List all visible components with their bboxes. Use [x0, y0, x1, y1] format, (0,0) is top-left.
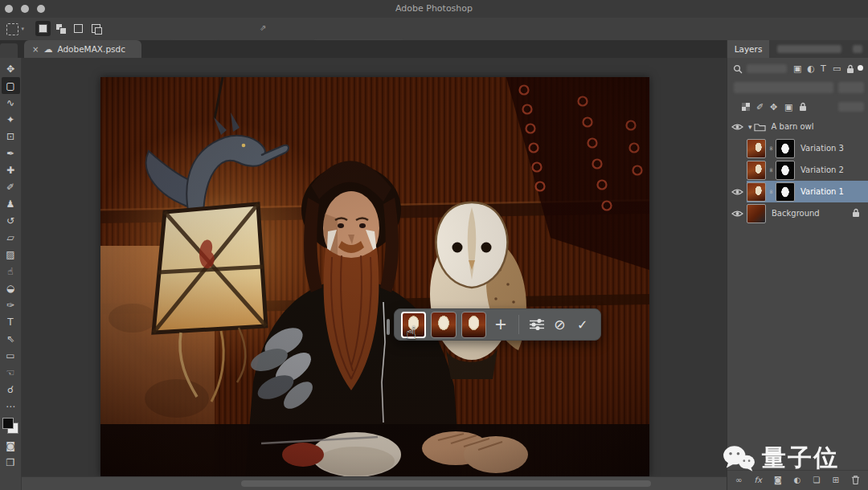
layer-effects-icon[interactable]: fx — [754, 476, 761, 484]
cancel-button[interactable]: ⊘ — [548, 313, 571, 336]
layer-thumbnail[interactable] — [747, 204, 766, 223]
variation-thumbnail-2[interactable] — [431, 312, 456, 338]
mask-link-icon[interactable]: ∞ — [768, 187, 775, 197]
spot-healing-brush-tool[interactable]: ✚ — [2, 161, 20, 178]
layer-name[interactable]: Variation 3 — [800, 144, 844, 153]
filter-type-dropdown[interactable] — [747, 64, 787, 73]
new-group-icon[interactable]: ❏ — [813, 476, 820, 484]
adjustment-layer-icon[interactable]: ◐ — [794, 476, 801, 484]
smudge-tool[interactable]: ☝ — [2, 263, 20, 280]
filter-toggle[interactable] — [858, 65, 863, 71]
layer-row-variation-1-selected[interactable]: ∞ Variation 1 — [727, 181, 868, 202]
mask-link-icon[interactable]: ∞ — [768, 165, 775, 175]
rectangular-marquee-tool[interactable]: ▢ — [2, 77, 20, 94]
filter-adjustment-icon[interactable]: ◐ — [807, 63, 815, 74]
gradient-tool[interactable]: ▨ — [2, 246, 20, 263]
visibility-toggle[interactable] — [727, 210, 747, 218]
blend-mode-dropdown[interactable] — [734, 82, 833, 93]
add-mask-icon[interactable]: ◙ — [774, 476, 782, 484]
variation-thumbnail-3[interactable] — [461, 312, 486, 338]
hand-tool[interactable]: ☜ — [2, 364, 20, 381]
group-expand-chevron-icon[interactable]: ▾ — [748, 123, 752, 131]
quick-mask-button[interactable]: ◙ — [2, 437, 20, 454]
filter-image-icon[interactable]: ▣ — [793, 63, 801, 74]
subtract-from-selection-button[interactable] — [71, 21, 86, 36]
tool-preset-dropdown[interactable]: ▾ — [6, 22, 24, 35]
intersect-selection-button[interactable] — [88, 21, 104, 36]
brush-tool[interactable]: ✐ — [2, 178, 20, 195]
dodge-tool[interactable]: ◒ — [2, 280, 20, 296]
new-selection-button[interactable] — [35, 21, 51, 36]
layer-row-variation-2[interactable]: ∞ Variation 2 — [727, 159, 868, 181]
add-to-selection-button[interactable] — [53, 21, 68, 36]
object-selection-tool[interactable]: ✦ — [2, 111, 20, 128]
panel-header-blurred — [777, 45, 841, 53]
filter-shape-icon[interactable]: ▭ — [833, 63, 841, 74]
layer-group-row[interactable]: ▾ A barn owl — [727, 116, 868, 137]
opacity-field[interactable] — [838, 82, 864, 93]
layer-name[interactable]: A barn owl — [772, 122, 814, 131]
tab-close-icon[interactable]: × — [32, 45, 39, 54]
hand-cursor: ☝ — [406, 323, 416, 343]
path-selection-tool[interactable]: ⇖ — [2, 330, 20, 347]
subtract-selection-icon — [74, 24, 83, 33]
folder-icon — [754, 122, 766, 132]
link-layers-icon[interactable]: ∞ — [735, 476, 742, 484]
fill-field[interactable] — [838, 102, 864, 112]
eraser-tool[interactable]: ▱ — [2, 229, 20, 246]
edit-toolbar-button[interactable]: ⋯ — [2, 398, 20, 414]
layer-name[interactable]: Variation 2 — [800, 165, 844, 174]
scrollbar-thumb[interactable] — [241, 480, 651, 487]
taskbar-drag-handle[interactable] — [387, 319, 390, 335]
clone-stamp-tool[interactable]: ♟ — [2, 195, 20, 212]
panel-menu-icon[interactable] — [853, 45, 862, 53]
wechat-icon — [722, 444, 755, 473]
selection-mode-group — [35, 21, 104, 36]
rectangle-tool[interactable]: ▭ — [2, 347, 20, 364]
layer-row-variation-3[interactable]: ∞ Variation 3 — [727, 137, 868, 159]
horizontal-scrollbar[interactable] — [22, 476, 727, 490]
delete-layer-icon[interactable] — [851, 475, 860, 485]
layer-mask-thumbnail[interactable] — [776, 139, 795, 158]
mask-link-icon[interactable]: ∞ — [768, 144, 775, 153]
screen-mode-button[interactable]: ❐ — [2, 454, 20, 471]
layer-name[interactable]: Background — [772, 209, 820, 218]
type-tool[interactable]: T — [2, 313, 20, 330]
lock-all-icon[interactable] — [799, 102, 807, 112]
layers-panel-tab[interactable]: Layers — [727, 40, 769, 58]
add-variation-button[interactable]: + — [494, 315, 507, 333]
canvas-area[interactable]: + ⊘ ✓ ☝ — [22, 58, 727, 490]
new-layer-icon[interactable]: ⊞ — [833, 476, 839, 484]
lock-transparency-icon[interactable] — [742, 103, 750, 111]
filter-type-icon[interactable]: T — [821, 63, 826, 74]
lock-move-icon[interactable]: ✥ — [770, 102, 777, 112]
generation-settings-button[interactable] — [526, 313, 548, 336]
visibility-toggle[interactable] — [727, 123, 747, 131]
foreground-background-colors[interactable] — [2, 418, 18, 434]
layer-row-background[interactable]: Background — [727, 202, 868, 224]
move-tool[interactable]: ✥ — [2, 60, 20, 77]
crop-tool[interactable]: ⊡ — [2, 128, 20, 145]
layer-thumbnail[interactable] — [747, 139, 766, 158]
lock-artboard-icon[interactable]: ▣ — [784, 102, 792, 112]
layer-thumbnail[interactable] — [747, 182, 766, 202]
filter-lock-icon[interactable] — [846, 64, 854, 74]
lasso-tool[interactable]: ∿ — [2, 94, 20, 111]
pen-tool[interactable]: ✑ — [2, 296, 20, 313]
layer-mask-thumbnail[interactable] — [776, 161, 795, 180]
search-icon[interactable] — [733, 64, 743, 74]
eye-icon — [731, 188, 743, 196]
eyedropper-tool[interactable]: ✒ — [2, 145, 20, 161]
history-brush-tool[interactable]: ↺ — [2, 212, 20, 229]
document-tab[interactable]: × ☁ AdobeMAX.psdc — [24, 40, 141, 58]
zoom-tool[interactable]: ☌ — [2, 381, 20, 398]
document-image[interactable] — [100, 77, 649, 476]
layer-name[interactable]: Variation 1 — [800, 187, 844, 196]
commit-button[interactable]: ✓ — [571, 313, 594, 336]
layer-mask-thumbnail[interactable] — [776, 182, 795, 202]
contextual-taskbar: + ⊘ ✓ — [394, 308, 601, 341]
foreground-color-swatch[interactable] — [2, 418, 14, 429]
layer-thumbnail[interactable] — [747, 161, 766, 180]
visibility-toggle[interactable] — [727, 188, 747, 196]
lock-paint-icon[interactable]: ✐ — [756, 102, 764, 112]
